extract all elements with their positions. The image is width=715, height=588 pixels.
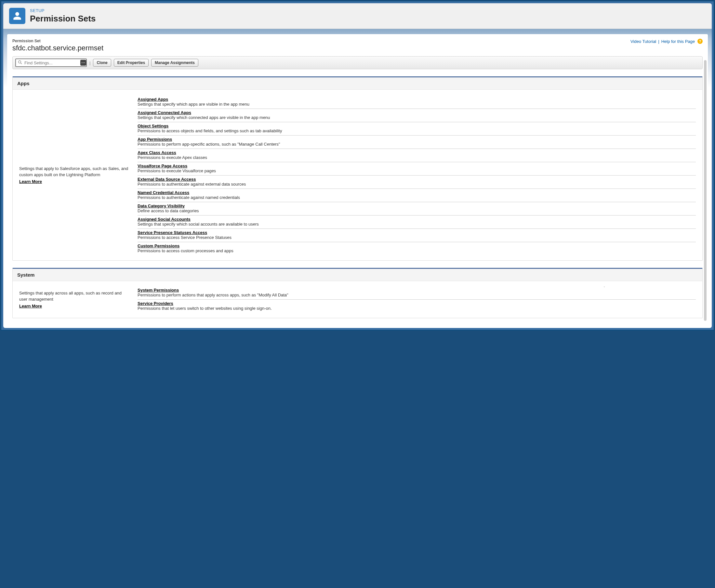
header-text: SETUP Permission Sets — [30, 8, 96, 24]
list-item: Data Category VisibilityDefine access to… — [138, 202, 696, 215]
record-name: sfdc.chatbot.service.permset — [12, 44, 103, 52]
toolbar-separator: | — [89, 60, 90, 65]
item-desc: Permissions to authenticate against name… — [138, 195, 696, 200]
item-desc: Permissions to access objects and fields… — [138, 128, 696, 133]
list-item: App PermissionsPermissions to perform ap… — [138, 135, 696, 149]
item-desc: Permissions to execute Apex classes — [138, 155, 696, 160]
system-intro-text: Settings that apply across all apps, suc… — [19, 291, 122, 302]
object-settings-link[interactable]: Object Settings — [138, 124, 168, 128]
service-presence-statuses-link[interactable]: Service Presence Statuses Access — [138, 230, 207, 235]
apps-learn-more-link[interactable]: Learn More — [19, 179, 42, 185]
apps-intro: Settings that apply to Salesforce apps, … — [19, 96, 130, 255]
list-item: Named Credential AccessPermissions to au… — [138, 189, 696, 202]
custom-permissions-link[interactable]: Custom Permissions — [138, 244, 180, 248]
system-items: - System PermissionsPermissions to perfo… — [138, 287, 696, 313]
named-credential-access-link[interactable]: Named Credential Access — [138, 190, 189, 195]
visualforce-page-access-link[interactable]: Visualforce Page Access — [138, 164, 187, 168]
system-learn-more-link[interactable]: Learn More — [19, 303, 42, 310]
system-permissions-link[interactable]: System Permissions — [138, 288, 179, 293]
list-item: Assigned AppsSettings that specify which… — [138, 96, 696, 109]
page-header: SETUP Permission Sets — [3, 3, 712, 29]
list-item: Assigned Connected AppsSettings that spe… — [138, 109, 696, 122]
system-intro: Settings that apply across all apps, suc… — [19, 287, 130, 313]
apps-section-body: Settings that apply to Salesforce apps, … — [13, 90, 702, 260]
scrollbar-thumb[interactable] — [704, 60, 707, 321]
item-desc: Settings that specify which apps are vis… — [138, 102, 696, 107]
system-section-body: Settings that apply across all apps, suc… — [13, 281, 702, 318]
list-item: Object SettingsPermissions to access obj… — [138, 122, 696, 135]
system-section-heading: System — [13, 269, 702, 281]
list-item: Service Presence Statuses AccessPermissi… — [138, 229, 696, 242]
list-item: Apex Class AccessPermissions to execute … — [138, 149, 696, 162]
list-item: System PermissionsPermissions to perform… — [138, 286, 696, 300]
detail-head: Permission Set sfdc.chatbot.service.perm… — [12, 39, 703, 52]
content-card: Permission Set sfdc.chatbot.service.perm… — [7, 34, 708, 324]
service-providers-link[interactable]: Service Providers — [138, 301, 173, 306]
item-desc: Permissions to access Service Presence S… — [138, 235, 696, 240]
find-settings-input[interactable] — [15, 59, 87, 67]
scrollbar[interactable] — [704, 60, 707, 321]
item-desc: Define access to data categories — [138, 208, 696, 213]
item-desc: Permissions to authenticate against exte… — [138, 182, 696, 187]
page-title: Permission Sets — [30, 14, 96, 24]
item-desc: Settings that specify which connected ap… — [138, 115, 696, 120]
content-wrap: Permission Set sfdc.chatbot.service.perm… — [3, 29, 712, 328]
outer-frame: SETUP Permission Sets Permission Set sfd… — [1, 1, 714, 331]
data-category-visibility-link[interactable]: Data Category Visibility — [138, 204, 185, 208]
apps-items: Assigned AppsSettings that specify which… — [138, 96, 696, 255]
list-item: Custom PermissionsPermissions to access … — [138, 242, 696, 255]
list-item: External Data Source AccessPermissions t… — [138, 175, 696, 189]
apps-intro-text: Settings that apply to Salesforce apps, … — [19, 166, 128, 177]
list-item: Visualforce Page AccessPermissions to ex… — [138, 162, 696, 175]
item-desc: Permissions to access custom processes a… — [138, 248, 696, 253]
link-separator: | — [658, 39, 659, 44]
list-item: Assigned Social AccountsSettings that sp… — [138, 215, 696, 229]
clone-button[interactable]: Clone — [93, 59, 111, 67]
item-desc: Permissions to perform actions that appl… — [138, 293, 696, 297]
apex-class-access-link[interactable]: Apex Class Access — [138, 150, 176, 155]
detail-right: Video Tutorial | Help for this Page ? — [631, 39, 703, 44]
external-data-source-access-link[interactable]: External Data Source Access — [138, 177, 196, 182]
permission-set-icon — [9, 8, 25, 24]
assigned-social-accounts-link[interactable]: Assigned Social Accounts — [138, 217, 190, 222]
record-type-label: Permission Set — [12, 39, 103, 43]
toolbar: | Clone Edit Properties Manage Assignmen… — [12, 56, 703, 69]
search-wrap — [15, 59, 87, 67]
apps-section: Apps Settings that apply to Salesforce a… — [12, 77, 703, 261]
help-icon[interactable]: ? — [697, 39, 703, 44]
edit-properties-button[interactable]: Edit Properties — [114, 59, 149, 67]
app-permissions-link[interactable]: App Permissions — [138, 137, 172, 142]
item-desc: Settings that specify which social accou… — [138, 222, 696, 227]
manage-assignments-button[interactable]: Manage Assignments — [151, 59, 198, 67]
apps-section-heading: Apps — [13, 77, 702, 90]
list-item: Service ProvidersPermissions that let us… — [138, 300, 696, 313]
item-desc: Permissions to execute Visualforce pages — [138, 168, 696, 173]
assigned-apps-link[interactable]: Assigned Apps — [138, 97, 168, 102]
help-page-link[interactable]: Help for this Page — [661, 39, 695, 44]
video-tutorial-link[interactable]: Video Tutorial — [631, 39, 656, 44]
item-desc: Permissions that let users switch to oth… — [138, 306, 696, 311]
detail-left: Permission Set sfdc.chatbot.service.perm… — [12, 39, 103, 52]
system-section: System Settings that apply across all ap… — [12, 268, 703, 318]
search-dropdown-trigger[interactable] — [80, 60, 86, 66]
breadcrumb: SETUP — [30, 8, 96, 13]
assigned-connected-apps-link[interactable]: Assigned Connected Apps — [138, 110, 191, 115]
item-desc: Permissions to perform app-specific acti… — [138, 142, 696, 147]
